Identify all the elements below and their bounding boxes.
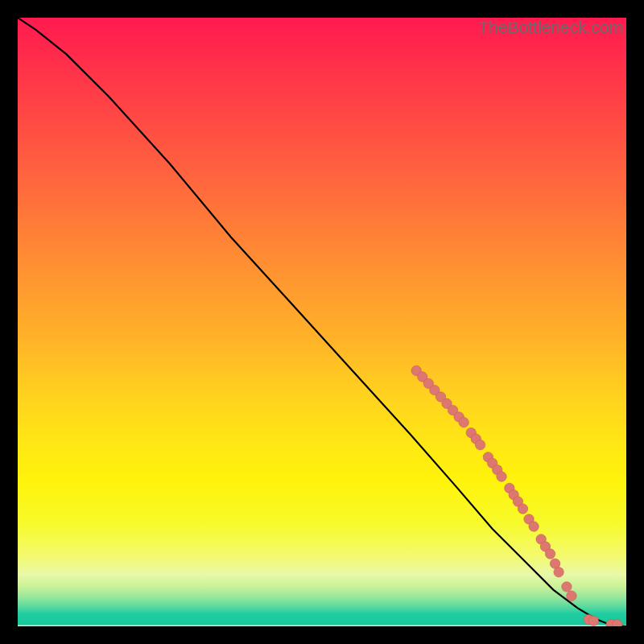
- chart-gradient-background: [18, 18, 626, 626]
- chart-frame: TheBottleneck.com: [18, 18, 626, 626]
